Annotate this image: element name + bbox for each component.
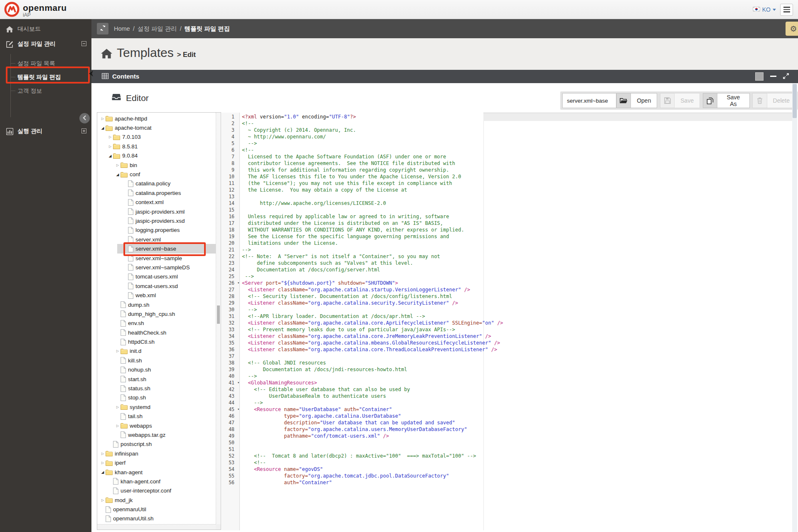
scrollbar-thumb[interactable] — [217, 305, 220, 324]
expand-arrow-icon[interactable]: ▷ — [100, 461, 106, 465]
collapse-arrow-icon[interactable]: ◢ — [100, 470, 106, 474]
tree-item[interactable]: nohup.sh — [97, 365, 216, 374]
file-tree[interactable]: ▷apache-httpd◢apache-tomcat▷7.0.103▷8.5.… — [97, 113, 216, 524]
line-number: 1 — [222, 113, 240, 120]
tree-item[interactable]: openmaruUtil.sh — [97, 514, 216, 523]
collapse-arrow-icon[interactable]: ◢ — [107, 154, 113, 158]
tree-item[interactable]: ◢conf — [97, 170, 216, 179]
tree-item[interactable]: jaspic-providers.xsd — [97, 216, 216, 225]
brand-logo[interactable]: openmaru iAP — [4, 2, 67, 19]
expand-arrow-icon[interactable]: ▷ — [100, 498, 106, 502]
collapse-arrow-icon[interactable]: ◢ — [100, 126, 106, 130]
tree-item[interactable]: ▷init.d — [97, 347, 216, 356]
collapse-section-icon[interactable] — [81, 40, 86, 48]
tree-item[interactable]: start.sh — [97, 374, 216, 384]
sidebar-item-dashboard[interactable]: 대시보드 — [0, 22, 91, 37]
tree-item[interactable]: env.sh — [97, 319, 216, 328]
file-icon — [106, 515, 111, 522]
expand-arrow-icon[interactable]: ▷ — [115, 424, 121, 428]
fold-arrow-icon[interactable]: ▾ — [237, 406, 239, 413]
expand-section-icon[interactable] — [81, 128, 86, 135]
tree-item[interactable]: ▷8.5.81 — [97, 142, 216, 151]
save-as-button[interactable]: Save As — [717, 93, 750, 108]
tree-item[interactable]: tomcat-users.xsd — [97, 281, 216, 291]
panel-widget-square[interactable] — [755, 72, 764, 81]
expand-arrow-icon[interactable]: ▷ — [115, 405, 121, 409]
tree-item[interactable]: khan-agent.conf — [97, 477, 216, 486]
sidebar-collapse-button[interactable] — [79, 113, 90, 123]
tree-item-label: dump_high_cpu.sh — [128, 311, 175, 317]
sidebar-section-run-management[interactable]: 실행 관리 — [0, 124, 91, 139]
sidebar-section-config-files[interactable]: 설정 파일 관리 — [0, 37, 91, 52]
language-selector[interactable]: KO — [753, 6, 776, 13]
fold-arrow-icon[interactable]: ▾ — [237, 379, 239, 386]
tree-item[interactable]: httpdCtl.sh — [97, 337, 216, 346]
tree-item-label: apache-httpd — [115, 116, 147, 122]
expand-arrow-icon[interactable]: ▷ — [115, 349, 121, 353]
tree-item[interactable]: server.xml~sample — [97, 254, 216, 263]
tree-item[interactable]: healthCheck.sh — [97, 328, 216, 337]
tree-item[interactable]: kill.sh — [97, 356, 216, 365]
filename-input[interactable] — [562, 93, 616, 108]
folder-icon — [106, 451, 113, 456]
tree-item[interactable]: context.xml — [97, 198, 216, 207]
tree-item[interactable]: stop.sh — [97, 393, 216, 402]
collapse-arrow-icon[interactable]: ◢ — [115, 172, 121, 177]
sidebar-item-customer-info[interactable]: 고객 정보 — [0, 84, 91, 98]
tree-item[interactable]: ▷bin — [97, 160, 216, 170]
tree-item[interactable]: webapps.tar.gz — [97, 430, 216, 439]
menu-button[interactable] — [780, 4, 793, 16]
tree-item[interactable]: logging.properties — [97, 226, 216, 235]
tree-item[interactable]: ◢khan-agent — [97, 468, 216, 477]
code-line: <Listener className="org.apache.catalina… — [240, 320, 792, 326]
tree-item[interactable]: server.xml~base — [97, 244, 216, 253]
tree-item[interactable]: tail.sh — [97, 412, 216, 421]
tree-item[interactable]: ▷webapps — [97, 421, 216, 430]
open-folder-icon[interactable] — [616, 93, 631, 108]
tree-vertical-scrollbar[interactable] — [216, 113, 221, 524]
tree-item[interactable]: server.xml — [97, 235, 216, 244]
tree-item[interactable]: ▷7.0.103 — [97, 133, 216, 142]
tree-item[interactable]: ▷mod_jk — [97, 495, 216, 505]
refresh-button[interactable] — [97, 23, 108, 34]
open-button[interactable]: Open — [631, 93, 657, 108]
tree-item[interactable]: tomcat-users.xml — [97, 272, 216, 281]
tree-item[interactable]: ◢9.0.84 — [97, 151, 216, 160]
sidebar-item-config-file-list[interactable]: 설정 파일 목록 — [0, 57, 91, 70]
breadcrumb-config[interactable]: 설정 파일 관리 — [138, 25, 177, 33]
expand-arrow-icon[interactable]: ▷ — [100, 117, 106, 121]
tree-item[interactable]: user-interceptor.conf — [97, 486, 216, 495]
tree-item[interactable]: postscript.sh — [97, 440, 216, 449]
tree-item[interactable]: catalina.policy — [97, 179, 216, 188]
minimize-icon[interactable] — [770, 76, 776, 77]
expand-arrow-icon[interactable]: ▷ — [115, 163, 121, 167]
code-lines[interactable]: <?xml version="1.0" encoding="UTF-8"?><!… — [240, 113, 792, 486]
scrollbar-thumb[interactable] — [793, 84, 797, 118]
panel-vertical-scrollbar[interactable] — [792, 83, 797, 532]
code-editor[interactable]: 1234567891011121314151617181920212223242… — [222, 113, 792, 530]
tree-item[interactable]: ▷infinispan — [97, 449, 216, 458]
tree-item[interactable]: web.xml — [97, 291, 216, 300]
expand-arrow-icon[interactable]: ▷ — [107, 145, 113, 148]
tree-horizontal-scrollbar[interactable] — [97, 524, 216, 530]
tree-item[interactable]: ▷apache-httpd — [97, 114, 216, 123]
tree-item[interactable]: dump.sh — [97, 300, 216, 309]
tree-item[interactable]: status.sh — [97, 384, 216, 393]
tree-item[interactable]: openmaruUtil — [97, 505, 216, 514]
tree-item[interactable]: ◢apache-tomcat — [97, 123, 216, 132]
expand-arrow-icon[interactable]: ▷ — [107, 135, 113, 139]
tree-item-label: jaspic-providers.xml — [135, 209, 185, 215]
expand-icon[interactable] — [783, 73, 789, 81]
fold-arrow-icon[interactable]: ▾ — [237, 280, 239, 286]
breadcrumb-home[interactable]: Home — [114, 25, 130, 32]
tree-item[interactable]: ▷iperf — [97, 458, 216, 467]
sidebar-item-template-file-edit[interactable]: 템플릿 파일 편집 — [0, 70, 91, 84]
tree-item[interactable]: server.xml~sampleDS — [97, 263, 216, 272]
expand-arrow-icon[interactable]: ▷ — [100, 452, 106, 456]
tree-item[interactable]: jaspic-providers.xml — [97, 207, 216, 216]
tree-item[interactable]: dump_high_cpu.sh — [97, 309, 216, 318]
copy-icon[interactable] — [703, 93, 717, 108]
tree-item[interactable]: ▷systemd — [97, 402, 216, 411]
tree-item[interactable]: catalina.properties — [97, 188, 216, 197]
settings-button[interactable]: ⚙ — [786, 22, 798, 36]
